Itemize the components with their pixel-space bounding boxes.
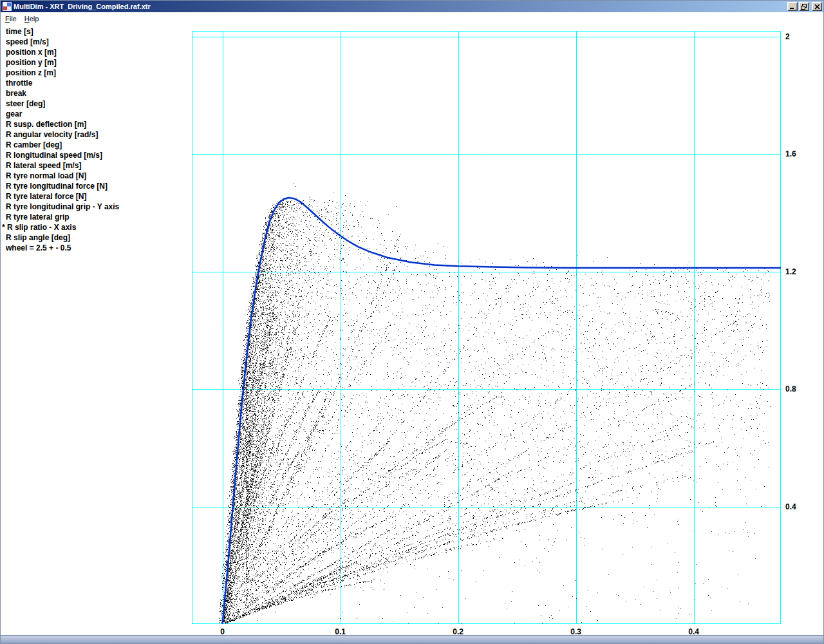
minimize-icon — [789, 4, 796, 10]
channel-item[interactable]: gear — [1, 109, 191, 119]
channel-item[interactable]: R tyre lateral force [N] — [1, 191, 191, 202]
window-controls — [787, 2, 822, 11]
status-bar — [1, 635, 823, 643]
menu-bar: File Help — [1, 12, 823, 25]
channel-item[interactable]: break — [1, 88, 191, 99]
restore-button[interactable] — [799, 2, 809, 11]
y-axis-tick-label: 1.2 — [785, 267, 796, 276]
close-button[interactable] — [812, 2, 822, 11]
window-title: MultiDim - XRT_Driving_Compiled.raf.xtr — [14, 3, 787, 10]
channel-item[interactable]: R slip angle [deg] — [1, 232, 191, 243]
plot-canvas[interactable] — [192, 31, 781, 624]
channel-item[interactable]: R tyre lateral grip — [1, 212, 191, 222]
y-axis-tick-label: 0.8 — [785, 384, 796, 393]
menu-file[interactable]: File — [1, 13, 21, 24]
channel-item[interactable]: R susp. deflection [m] — [1, 119, 191, 129]
channel-item[interactable]: R lateral speed [m/s] — [1, 160, 191, 171]
channel-item[interactable]: R angular velocity [rad/s] — [1, 129, 191, 140]
channel-item[interactable]: wheel = 2.5 + - 0.5 — [1, 243, 191, 253]
channel-item[interactable]: speed [m/s] — [1, 37, 191, 47]
channel-item[interactable]: R longitudinal speed [m/s] — [1, 150, 191, 160]
y-axis-tick-label: 1.6 — [785, 149, 796, 158]
channel-item[interactable]: time [s] — [1, 26, 191, 37]
y-axis-tick-label: 2 — [785, 32, 790, 41]
channel-item[interactable]: R tyre normal load [N] — [1, 171, 191, 181]
channel-item[interactable]: * R slip ratio - X axis — [1, 222, 191, 232]
close-icon — [814, 4, 820, 10]
app-window: MultiDim - XRT_Driving_Compiled.raf.xtr … — [0, 0, 824, 644]
y-axis-tick-label: 0.4 — [785, 502, 796, 511]
channel-item[interactable]: throttle — [1, 78, 191, 88]
channel-item[interactable]: position z [m] — [1, 68, 191, 78]
app-icon — [3, 2, 12, 11]
channel-item[interactable]: steer [deg] — [1, 99, 191, 109]
channel-item[interactable]: position y [m] — [1, 57, 191, 68]
channel-list: time [s]speed [m/s]position x [m]positio… — [1, 25, 191, 635]
channel-item[interactable]: position x [m] — [1, 47, 191, 57]
channel-item[interactable]: R camber [deg] — [1, 140, 191, 150]
channel-item[interactable]: R tyre longitudinal grip - Y axis — [1, 202, 191, 212]
title-bar[interactable]: MultiDim - XRT_Driving_Compiled.raf.xtr — [1, 1, 823, 12]
menu-help[interactable]: Help — [21, 13, 43, 24]
channel-item[interactable]: R tyre longitudinal force [N] — [1, 181, 191, 191]
restore-icon — [801, 4, 807, 10]
minimize-button[interactable] — [787, 2, 798, 11]
